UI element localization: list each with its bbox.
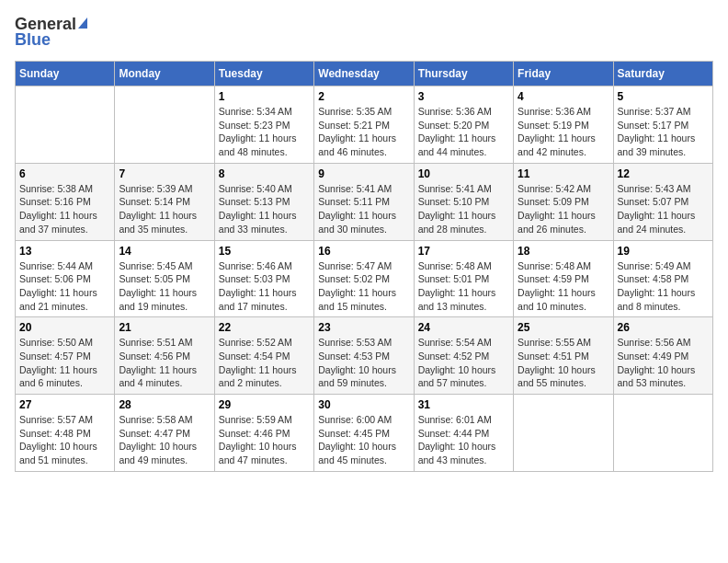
day-number: 12 (618, 167, 709, 180)
day-number: 29 (219, 398, 310, 411)
day-number: 26 (618, 321, 709, 334)
calendar-day-cell: 16 Sunrise: 5:47 AM Sunset: 5:02 PM Dayl… (314, 240, 414, 317)
sunrise-text: Sunrise: 5:53 AM (318, 337, 392, 348)
day-number: 5 (618, 90, 709, 103)
daylight-text: Daylight: 11 hours and 39 minutes. (618, 132, 696, 157)
day-info: Sunrise: 5:58 AM Sunset: 4:47 PM Dayligh… (119, 413, 210, 467)
sunrise-text: Sunrise: 5:40 AM (219, 183, 292, 194)
calendar-week-row: 27 Sunrise: 5:57 AM Sunset: 4:48 PM Dayl… (16, 395, 713, 472)
day-info: Sunrise: 5:34 AM Sunset: 5:23 PM Dayligh… (219, 105, 310, 159)
sunset-text: Sunset: 4:51 PM (518, 350, 589, 362)
daylight-text: Daylight: 10 hours and 49 minutes. (119, 441, 197, 465)
calendar-day-cell: 4 Sunrise: 5:36 AM Sunset: 5:19 PM Dayli… (514, 86, 613, 164)
calendar-day-cell: 11 Sunrise: 5:42 AM Sunset: 5:09 PM Dayl… (514, 163, 613, 240)
day-number: 14 (119, 245, 210, 258)
day-number: 4 (518, 90, 609, 103)
calendar-table: SundayMondayTuesdayWednesdayThursdayFrid… (15, 61, 713, 472)
sunset-text: Sunset: 4:54 PM (219, 350, 290, 362)
day-number: 9 (318, 167, 409, 180)
sunrise-text: Sunrise: 5:57 AM (19, 414, 93, 425)
day-number: 19 (618, 245, 709, 258)
daylight-text: Daylight: 11 hours and 15 minutes. (318, 287, 396, 312)
daylight-text: Daylight: 11 hours and 33 minutes. (219, 210, 297, 235)
sunset-text: Sunset: 4:58 PM (618, 273, 689, 284)
sunset-text: Sunset: 4:46 PM (219, 428, 290, 439)
calendar-day-cell: 30 Sunrise: 6:00 AM Sunset: 4:45 PM Dayl… (314, 395, 414, 472)
day-number: 16 (318, 245, 409, 258)
day-number: 21 (119, 321, 210, 334)
sunrise-text: Sunrise: 5:44 AM (19, 260, 93, 271)
sunrise-text: Sunrise: 5:39 AM (119, 183, 192, 194)
sunset-text: Sunset: 5:21 PM (318, 120, 390, 131)
day-info: Sunrise: 5:44 AM Sunset: 5:06 PM Dayligh… (19, 259, 110, 314)
calendar-day-cell: 27 Sunrise: 5:57 AM Sunset: 4:48 PM Dayl… (16, 395, 115, 472)
day-info: Sunrise: 5:41 AM Sunset: 5:11 PM Dayligh… (318, 182, 409, 236)
sunrise-text: Sunrise: 5:46 AM (219, 260, 292, 271)
calendar-day-cell: 2 Sunrise: 5:35 AM Sunset: 5:21 PM Dayli… (314, 86, 414, 164)
sunrise-text: Sunrise: 6:01 AM (418, 414, 492, 425)
day-info: Sunrise: 5:48 AM Sunset: 5:01 PM Dayligh… (418, 259, 509, 314)
calendar-day-cell: 14 Sunrise: 5:45 AM Sunset: 5:05 PM Dayl… (115, 240, 214, 317)
logo-flag-icon (78, 17, 87, 29)
daylight-text: Daylight: 10 hours and 45 minutes. (318, 441, 396, 465)
calendar-day-cell: 25 Sunrise: 5:55 AM Sunset: 4:51 PM Dayl… (514, 317, 613, 395)
calendar-day-cell: 20 Sunrise: 5:50 AM Sunset: 4:57 PM Dayl… (16, 317, 115, 395)
sunset-text: Sunset: 5:01 PM (418, 273, 490, 284)
daylight-text: Daylight: 11 hours and 44 minutes. (418, 132, 496, 157)
day-number: 31 (418, 398, 509, 411)
day-info: Sunrise: 5:37 AM Sunset: 5:17 PM Dayligh… (618, 105, 709, 159)
column-header-monday: Monday (115, 62, 214, 86)
day-info: Sunrise: 5:36 AM Sunset: 5:20 PM Dayligh… (418, 105, 509, 159)
day-number: 1 (219, 90, 310, 103)
daylight-text: Daylight: 11 hours and 35 minutes. (119, 210, 197, 235)
sunrise-text: Sunrise: 5:54 AM (418, 337, 492, 348)
day-number: 7 (119, 167, 210, 180)
day-number: 22 (219, 321, 310, 334)
day-info: Sunrise: 5:35 AM Sunset: 5:21 PM Dayligh… (318, 105, 409, 159)
sunset-text: Sunset: 5:09 PM (518, 196, 589, 207)
daylight-text: Daylight: 11 hours and 19 minutes. (119, 287, 197, 312)
calendar-day-cell: 24 Sunrise: 5:54 AM Sunset: 4:52 PM Dayl… (414, 317, 513, 395)
day-info: Sunrise: 5:50 AM Sunset: 4:57 PM Dayligh… (19, 336, 110, 390)
sunrise-text: Sunrise: 6:00 AM (318, 414, 392, 425)
day-number: 23 (318, 321, 409, 334)
sunset-text: Sunset: 5:14 PM (119, 196, 190, 207)
day-number: 11 (518, 167, 609, 180)
calendar-day-cell (16, 86, 115, 164)
day-info: Sunrise: 5:49 AM Sunset: 4:58 PM Dayligh… (618, 259, 709, 314)
day-info: Sunrise: 5:43 AM Sunset: 5:07 PM Dayligh… (618, 182, 709, 236)
sunrise-text: Sunrise: 5:35 AM (318, 106, 392, 117)
calendar-day-cell: 22 Sunrise: 5:52 AM Sunset: 4:54 PM Dayl… (214, 317, 313, 395)
calendar-day-cell: 9 Sunrise: 5:41 AM Sunset: 5:11 PM Dayli… (314, 163, 414, 240)
calendar-day-cell: 26 Sunrise: 5:56 AM Sunset: 4:49 PM Dayl… (613, 317, 712, 395)
daylight-text: Daylight: 11 hours and 24 minutes. (618, 210, 696, 235)
calendar-day-cell: 21 Sunrise: 5:51 AM Sunset: 4:56 PM Dayl… (115, 317, 214, 395)
logo: General Blue (15, 15, 87, 50)
calendar-day-cell: 31 Sunrise: 6:01 AM Sunset: 4:44 PM Dayl… (414, 395, 513, 472)
daylight-text: Daylight: 11 hours and 28 minutes. (418, 210, 496, 235)
sunset-text: Sunset: 5:06 PM (19, 273, 91, 284)
calendar-day-cell: 17 Sunrise: 5:48 AM Sunset: 5:01 PM Dayl… (414, 240, 513, 317)
daylight-text: Daylight: 10 hours and 53 minutes. (618, 364, 696, 389)
daylight-text: Daylight: 11 hours and 13 minutes. (418, 287, 496, 312)
calendar-day-cell: 7 Sunrise: 5:39 AM Sunset: 5:14 PM Dayli… (115, 163, 214, 240)
calendar-day-cell: 29 Sunrise: 5:59 AM Sunset: 4:46 PM Dayl… (214, 395, 313, 472)
day-info: Sunrise: 5:47 AM Sunset: 5:02 PM Dayligh… (318, 259, 409, 314)
day-number: 15 (219, 245, 310, 258)
daylight-text: Daylight: 10 hours and 47 minutes. (219, 441, 297, 465)
daylight-text: Daylight: 11 hours and 21 minutes. (19, 287, 97, 312)
sunrise-text: Sunrise: 5:37 AM (618, 106, 691, 117)
sunset-text: Sunset: 5:19 PM (518, 120, 589, 131)
daylight-text: Daylight: 11 hours and 10 minutes. (518, 287, 596, 312)
sunrise-text: Sunrise: 5:51 AM (119, 337, 192, 348)
sunrise-text: Sunrise: 5:56 AM (618, 337, 691, 348)
daylight-text: Daylight: 11 hours and 26 minutes. (518, 210, 596, 235)
daylight-text: Daylight: 10 hours and 57 minutes. (418, 364, 496, 389)
calendar-day-cell (514, 395, 613, 472)
column-header-tuesday: Tuesday (214, 62, 313, 86)
calendar-day-cell: 15 Sunrise: 5:46 AM Sunset: 5:03 PM Dayl… (214, 240, 313, 317)
sunrise-text: Sunrise: 5:41 AM (318, 183, 392, 194)
sunrise-text: Sunrise: 5:42 AM (518, 183, 591, 194)
column-header-wednesday: Wednesday (314, 62, 414, 86)
daylight-text: Daylight: 11 hours and 48 minutes. (219, 132, 297, 157)
